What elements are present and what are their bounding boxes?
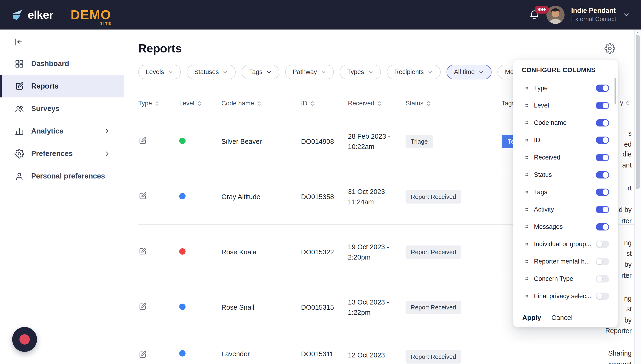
column-header-level[interactable]: Level [179, 100, 222, 107]
elker-logo-icon [11, 8, 24, 22]
notifications-button[interactable]: 99+ [529, 9, 540, 20]
drag-handle-icon[interactable] [525, 242, 529, 246]
demo-badge: DEMO SITE [70, 8, 111, 21]
filter-chip-all-time[interactable]: All time [446, 65, 492, 80]
drag-handle-icon[interactable] [525, 190, 529, 194]
cell-received: 28 Feb 2023 - 10:22am [348, 132, 406, 152]
column-config-item-level[interactable]: Level [513, 97, 618, 114]
column-header-label: Level [179, 100, 194, 107]
chat-launcher-button[interactable] [12, 327, 37, 352]
sidebar-item-reports[interactable]: Reports [0, 75, 124, 98]
column-toggle-switch[interactable] [596, 119, 609, 126]
scrollbar-thumb[interactable] [636, 35, 640, 189]
cell-level [179, 248, 222, 256]
cell-code-name: Silver Beaver [222, 138, 301, 146]
sort-icon[interactable] [155, 100, 159, 106]
column-config-item-final-privacy-selec[interactable]: Final privacy selec... [513, 288, 618, 305]
column-header-label: Status [406, 100, 424, 107]
drag-handle-icon[interactable] [525, 156, 529, 159]
sidebar-item-label: Dashboard [31, 60, 69, 68]
sort-icon[interactable] [257, 100, 261, 106]
sidebar-item-analytics[interactable]: Analytics [0, 120, 124, 142]
column-toggle-switch[interactable] [596, 84, 609, 92]
apply-button[interactable]: Apply [522, 314, 541, 322]
column-toggle-switch[interactable] [596, 292, 609, 300]
sort-icon[interactable] [426, 100, 430, 106]
drag-handle-icon[interactable] [525, 294, 529, 298]
vertical-scrollbar[interactable]: ▲ [634, 30, 641, 364]
topbar: elker DEMO SITE 99+ Indie Pendant Extern… [0, 0, 641, 30]
avatar[interactable] [546, 6, 564, 24]
cancel-button[interactable]: Cancel [552, 314, 572, 322]
toggle-knob [602, 102, 608, 108]
level-dot [179, 193, 186, 199]
column-header-status[interactable]: Status [406, 100, 502, 107]
sidebar-collapse-button[interactable] [14, 37, 24, 47]
column-config-item-messages[interactable]: Messages [513, 218, 618, 236]
column-toggle-switch[interactable] [596, 240, 609, 248]
filter-chip-pathway[interactable]: Pathway [285, 65, 334, 80]
column-config-item-individual-or-group[interactable]: Individual or group... [513, 236, 618, 253]
drag-handle-icon[interactable] [525, 225, 529, 228]
column-config-item-received[interactable]: Received [513, 149, 618, 166]
drag-handle-icon[interactable] [525, 104, 529, 107]
column-toggle-switch[interactable] [596, 275, 609, 282]
column-toggle-switch[interactable] [596, 223, 609, 230]
column-toggle-switch[interactable] [596, 258, 609, 265]
sort-icon[interactable] [310, 100, 314, 106]
column-toggle-switch[interactable] [596, 188, 609, 196]
app-root: elker DEMO SITE 99+ Indie Pendant Extern… [0, 0, 641, 364]
filter-chip-statuses[interactable]: Statuses [187, 65, 236, 80]
filter-chip-levels[interactable]: Levels [138, 65, 181, 80]
cell-type [138, 192, 179, 202]
scrollbar-up-arrow[interactable]: ▲ [635, 30, 641, 34]
report-icon [138, 350, 147, 359]
drag-handle-icon[interactable] [525, 277, 529, 280]
cell-level [179, 335, 222, 358]
toggle-knob [596, 258, 602, 264]
column-toggle-switch[interactable] [596, 206, 609, 213]
drag-handle-icon[interactable] [525, 138, 529, 142]
drag-handle-icon[interactable] [525, 208, 529, 211]
chevron-down-icon [428, 69, 433, 75]
column-header-type[interactable]: Type [138, 100, 179, 107]
sort-icon[interactable] [377, 100, 382, 106]
table-settings-button[interactable] [604, 43, 615, 54]
column-toggle-switch[interactable] [596, 102, 609, 109]
column-header-id[interactable]: ID [301, 100, 348, 107]
drag-handle-icon[interactable] [525, 173, 529, 176]
sidebar-item-preferences[interactable]: Preferences [0, 142, 124, 165]
column-config-item-concern-type[interactable]: Concern Type [513, 270, 618, 288]
column-config-item-type[interactable]: Type [513, 80, 618, 97]
panel-scrollbar-thumb[interactable] [614, 78, 616, 104]
column-config-item-id[interactable]: ID [513, 132, 618, 149]
filter-chip-types[interactable]: Types [340, 65, 381, 80]
column-toggle-switch[interactable] [596, 154, 609, 161]
column-header-code-name[interactable]: Code name [222, 100, 301, 107]
column-toggle-switch[interactable] [596, 136, 609, 144]
column-config-item-code-name[interactable]: Code name [513, 114, 618, 132]
sidebar-item-surveys[interactable]: Surveys [0, 98, 124, 120]
sidebar-item-dashboard[interactable]: Dashboard [0, 52, 124, 75]
cell-received: 13 Oct 2023 - 1:22pm [348, 297, 406, 318]
table-row[interactable]: Lavender DO015311 12 Oct 2023 Report Rec… [138, 335, 634, 364]
column-header-received[interactable]: Received [348, 100, 406, 107]
sort-icon[interactable] [197, 100, 202, 106]
sidebar-item-personal-preferences[interactable]: Personal preferences [0, 165, 124, 188]
sidebar-item-label: Analytics [31, 127, 64, 136]
drag-handle-icon[interactable] [525, 260, 529, 263]
collapse-sidebar-icon [14, 37, 24, 47]
column-config-item-reporter-mental-h[interactable]: Reporter mental h... [513, 253, 618, 270]
filter-chip-tags[interactable]: Tags [242, 65, 279, 80]
column-config-item-tags[interactable]: Tags [513, 184, 618, 201]
filter-chip-recipients[interactable]: Recipients [387, 65, 441, 80]
column-config-item-status[interactable]: Status [513, 166, 618, 184]
cell-level [179, 193, 222, 201]
column-toggle-switch[interactable] [596, 171, 609, 178]
drag-handle-icon[interactable] [525, 86, 529, 90]
user-menu[interactable]: Indie Pendant External Contact [571, 6, 616, 23]
column-config-item-activity[interactable]: Activity [513, 201, 618, 218]
filter-chip-label: Types [347, 68, 364, 76]
drag-handle-icon[interactable] [525, 121, 529, 124]
user-menu-chevron-button[interactable] [623, 11, 630, 18]
